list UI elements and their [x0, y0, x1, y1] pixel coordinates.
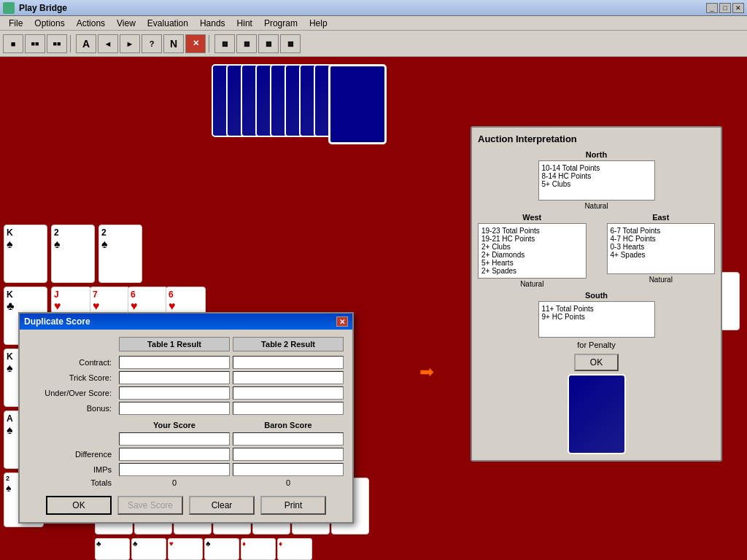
- maximize-btn[interactable]: □: [719, 3, 731, 13]
- baron-score-label: Baron Score: [233, 421, 344, 429]
- dialog-content: Table 1 Result Table 2 Result Contract: …: [20, 330, 352, 522]
- bonus-val1[interactable]: [119, 402, 230, 415]
- menu-bar: File Options Actions View Evaluation Han…: [0, 16, 747, 31]
- west-label: West: [478, 213, 587, 222]
- card-small-6: ♦: [277, 538, 312, 560]
- difference-baron[interactable]: [233, 448, 344, 461]
- auction-panel: Auction Interpretation North 10-14 Total…: [471, 126, 722, 462]
- south-card-back: [568, 374, 626, 454]
- menu-options[interactable]: Options: [28, 17, 70, 30]
- ok-button[interactable]: OK: [46, 496, 112, 515]
- for-penalty: for Penalty: [478, 341, 715, 349]
- menu-file[interactable]: File: [3, 17, 28, 30]
- title-bar: Play Bridge _ □ ✕: [0, 0, 747, 16]
- toolbar-sep-1: [70, 35, 73, 52]
- menu-hint[interactable]: Hint: [231, 17, 258, 30]
- totals-baron-val: 0: [233, 478, 344, 487]
- toolbar-btn-grid2[interactable]: ▦: [236, 34, 257, 53]
- toolbar-sep-2: [209, 35, 212, 52]
- toolbar-btn-grid3[interactable]: ▦: [258, 34, 279, 53]
- card-2s: 2♠: [51, 225, 95, 283]
- save-score-button[interactable]: Save Score: [117, 496, 183, 515]
- toolbar-btn-x[interactable]: ✕: [185, 34, 206, 53]
- card-small-2: ♣: [131, 538, 166, 560]
- toolbar-btn-n[interactable]: N: [163, 34, 184, 53]
- east-label: East: [607, 213, 716, 222]
- contract-val2[interactable]: [233, 356, 344, 369]
- card-small-3: ♥: [168, 538, 203, 560]
- close-btn[interactable]: ✕: [732, 3, 744, 13]
- contract-label: Contract:: [28, 358, 116, 367]
- north-box: 10-14 Total Points 8-14 HC Points 5+ Clu…: [538, 160, 655, 201]
- minimize-btn[interactable]: _: [706, 3, 718, 13]
- south-box: 11+ Total Points 9+ HC Points: [538, 301, 655, 338]
- toolbar: ■ ■■ ■■ A ◄ ► ? N ✕ ▦ ▦ ▦ ▦: [0, 31, 747, 57]
- dialog-title-bar: Duplicate Score ✕: [20, 314, 352, 330]
- toolbar-btn-1[interactable]: ■: [3, 34, 23, 53]
- west-box: 19-23 Total Points 19-21 HC Points 2+ Cl…: [478, 223, 587, 279]
- arrow-right: ➡: [419, 362, 434, 382]
- table1-header: Table 1 Result: [119, 337, 230, 351]
- south-label: South: [538, 291, 655, 300]
- duplicate-score-dialog: Duplicate Score ✕ Table 1 Result Table 2…: [18, 312, 354, 524]
- center-sep: [589, 213, 604, 288]
- toolbar-btn-3[interactable]: ■■: [47, 34, 67, 53]
- print-button[interactable]: Print: [260, 496, 326, 515]
- imps-your[interactable]: [119, 463, 230, 476]
- card-2b: 2♠: [98, 225, 142, 283]
- card-k2: K♠: [4, 225, 47, 283]
- card-small-5: ♦: [241, 538, 276, 560]
- menu-view[interactable]: View: [111, 17, 142, 30]
- game-area: K♠ 2♠ 2♠ K♣ J♥ 7♥ 6♥ 6♥ K♠ A♠: [0, 57, 747, 560]
- south-hand-row2: ♣ ♣ ♥ ♣ ♦ ♦: [95, 538, 312, 560]
- card-small-1: ♣: [95, 538, 130, 560]
- card-small-4: ♣: [204, 538, 239, 560]
- under-over-label: Under/Over Score:: [28, 389, 116, 397]
- window-controls: _ □ ✕: [706, 3, 744, 13]
- toolbar-btn-back[interactable]: ◄: [98, 34, 118, 53]
- menu-program[interactable]: Program: [258, 17, 303, 30]
- under-over-val2[interactable]: [233, 386, 344, 400]
- bonus-label: Bonus:: [28, 404, 116, 413]
- your-score-label: Your Score: [119, 421, 230, 429]
- menu-hands[interactable]: Hands: [194, 17, 231, 30]
- dialog-close-btn[interactable]: ✕: [336, 316, 348, 327]
- table2-header: Table 2 Result: [233, 337, 344, 351]
- trick-val1[interactable]: [119, 371, 230, 384]
- dialog-buttons: OK Save Score Clear Print: [28, 496, 344, 515]
- toolbar-btn-grid4[interactable]: ▦: [280, 34, 301, 53]
- auction-title: Auction Interpretation: [478, 133, 715, 144]
- trick-score-label: Trick Score:: [28, 373, 116, 382]
- difference-your[interactable]: [119, 448, 230, 461]
- score-your-1[interactable]: [119, 432, 230, 446]
- menu-help[interactable]: Help: [303, 17, 333, 30]
- bonus-val2[interactable]: [233, 402, 344, 415]
- east-qualifier: Natural: [607, 276, 716, 284]
- toolbar-btn-2[interactable]: ■■: [25, 34, 45, 53]
- trick-val2[interactable]: [233, 371, 344, 384]
- menu-evaluation[interactable]: Evaluation: [142, 17, 194, 30]
- clear-button[interactable]: Clear: [189, 496, 255, 515]
- north-hand: [212, 64, 416, 181]
- card-back-last: [328, 64, 387, 144]
- north-qualifier: Natural: [538, 202, 655, 210]
- totals-label: Totals: [28, 478, 116, 487]
- totals-your-val: 0: [119, 478, 230, 487]
- imps-baron[interactable]: [233, 463, 344, 476]
- dialog-title: Duplicate Score: [24, 316, 90, 327]
- east-box: 6-7 Total Points 4-7 HC Points 0-3 Heart…: [607, 223, 716, 274]
- west-qualifier: Natural: [478, 280, 587, 288]
- toolbar-btn-fwd[interactable]: ►: [120, 34, 140, 53]
- north-label: North: [538, 150, 655, 159]
- difference-label: Difference: [28, 450, 116, 459]
- app-icon: [3, 2, 15, 14]
- toolbar-btn-help[interactable]: ?: [142, 34, 162, 53]
- auction-ok-btn[interactable]: OK: [574, 354, 619, 371]
- toolbar-btn-a[interactable]: A: [76, 34, 96, 53]
- score-baron-1[interactable]: [233, 432, 344, 446]
- toolbar-btn-grid1[interactable]: ▦: [214, 34, 235, 53]
- app-title: Play Bridge: [19, 3, 706, 13]
- contract-val1[interactable]: [119, 356, 230, 369]
- menu-actions[interactable]: Actions: [71, 17, 111, 30]
- under-over-val1[interactable]: [119, 386, 230, 400]
